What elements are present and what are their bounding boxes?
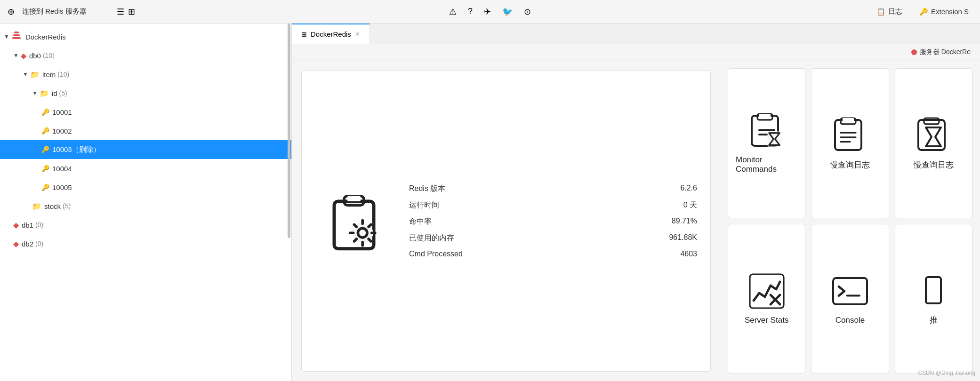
- db1-count: (0): [35, 221, 43, 229]
- tab-bar: ⊞ DockerRedis ✕: [292, 24, 980, 44]
- memory-row: 已使用的内存 961.88K: [409, 231, 697, 245]
- stock-folder-icon: 📁: [32, 202, 41, 211]
- id-arrow: ▼: [32, 90, 38, 96]
- extension-label: Extension S: [931, 8, 969, 16]
- slow-query-icon: [831, 116, 869, 154]
- key-10003-icon: 🔑: [41, 146, 49, 153]
- key-10001-icon: 🔑: [41, 108, 49, 116]
- stock-count: (5): [63, 202, 71, 210]
- item-count: (10): [57, 71, 69, 78]
- server-stats-card[interactable]: Server Stats: [728, 224, 805, 374]
- db2-count: (0): [35, 240, 43, 247]
- db2-icon: ◆: [13, 239, 19, 248]
- id-label: id: [52, 89, 57, 97]
- extension-icon: 🔑: [919, 8, 928, 16]
- monitor-commands-icon: [748, 112, 786, 150]
- console-card[interactable]: Console: [811, 224, 889, 374]
- db1-label: db1: [22, 221, 33, 229]
- push-card[interactable]: 推: [895, 224, 972, 374]
- right-header: 服务器 DockerRe: [292, 44, 980, 61]
- tab-close-button[interactable]: ✕: [355, 31, 360, 38]
- sidebar-item-root[interactable]: ▼ DockerRedis: [0, 27, 291, 46]
- server-stats-icon: [748, 272, 786, 310]
- server-icon-area: [315, 188, 400, 254]
- split-icon[interactable]: ⊞: [128, 7, 135, 17]
- help-icon[interactable]: ?: [468, 7, 473, 16]
- key-10004-label: 10004: [52, 165, 72, 173]
- svg-rect-2: [14, 32, 19, 33]
- svg-rect-1: [13, 34, 20, 36]
- svg-rect-39: [926, 277, 941, 303]
- svg-line-14: [369, 224, 371, 227]
- svg-rect-31: [924, 118, 939, 124]
- cmd-value: 4603: [680, 250, 697, 258]
- list-icon[interactable]: ☰: [117, 7, 124, 17]
- svg-rect-5: [347, 196, 361, 201]
- telegram-icon[interactable]: ✈: [484, 7, 491, 17]
- server-stats-label: Server Stats: [745, 316, 789, 325]
- uptime-row: 运行时间 0 天: [409, 198, 697, 212]
- third-card-icon: [915, 116, 952, 154]
- svg-line-12: [354, 224, 356, 227]
- sidebar-item-10005[interactable]: 🔑 10005: [0, 178, 291, 197]
- redis-version-value: 6.2.6: [680, 184, 697, 194]
- hit-rate-label: 命中率: [409, 217, 432, 227]
- sidebar-item-stock-folder[interactable]: 📁 stock (5): [0, 197, 291, 215]
- svg-rect-26: [843, 118, 854, 122]
- key-10002-icon: 🔑: [41, 127, 49, 135]
- stock-label: stock: [44, 202, 61, 210]
- toolbar-center: ⚠ ? ✈ 🐦 ⊙: [449, 7, 531, 17]
- cmd-label: Cmd Processed: [409, 250, 463, 258]
- sidebar-item-10004[interactable]: 🔑 10004: [0, 159, 291, 178]
- server-info-card: Redis 版本 6.2.6 运行时间 0 天 命中率 89.71% 已使用: [301, 70, 711, 372]
- sidebar-item-db2[interactable]: ◆ db2 (0): [0, 234, 291, 253]
- sidebar-item-item-folder[interactable]: ▼ 📁 item (10): [0, 65, 291, 84]
- redis-version-label: Redis 版本: [409, 184, 445, 194]
- db0-label: db0: [29, 52, 41, 60]
- sidebar-item-10001[interactable]: 🔑 10001: [0, 103, 291, 121]
- monitor-commands-card[interactable]: Monitor Commands: [728, 68, 805, 218]
- item-label: item: [42, 71, 56, 79]
- third-card-top[interactable]: 慢查询日志: [895, 68, 972, 218]
- right-panel: ⊞ DockerRedis ✕ 服务器 DockerRe: [292, 24, 980, 381]
- slow-query-card[interactable]: 慢查询日志: [811, 68, 889, 218]
- github-icon[interactable]: ⊙: [524, 7, 531, 17]
- hit-rate-row: 命中率 89.71%: [409, 215, 697, 229]
- console-icon: [831, 272, 869, 310]
- extension-button[interactable]: 🔑 Extension S: [916, 6, 972, 18]
- push-icon: [915, 271, 952, 309]
- key-10005-icon: 🔑: [41, 183, 49, 191]
- sidebar-item-10003[interactable]: 🔑 10003（删除）: [0, 140, 291, 159]
- key-10001-label: 10001: [52, 108, 72, 116]
- item-arrow: ▼: [23, 71, 28, 78]
- key-10003-label: 10003（删除）: [52, 145, 100, 154]
- key-10005-label: 10005: [52, 183, 72, 191]
- connect-button[interactable]: 连接到 Redis 服务器: [18, 5, 90, 18]
- svg-rect-0: [12, 37, 21, 39]
- db0-icon: ◆: [21, 51, 26, 60]
- sidebar-tree: ▼ DockerRedis ▼ ◆ db0 (10) ▼ 📁: [0, 24, 291, 381]
- sidebar-item-id-folder[interactable]: ▼ 📁 id (5): [0, 84, 291, 103]
- key-10004-icon: 🔑: [41, 165, 49, 172]
- log-button[interactable]: 📋 日志: [873, 5, 906, 18]
- sidebar-item-db1[interactable]: ◆ db1 (0): [0, 215, 291, 234]
- sidebar-item-db0[interactable]: ▼ ◆ db0 (10): [0, 46, 291, 65]
- tab-dockerredis[interactable]: ⊞ DockerRedis ✕: [292, 24, 370, 44]
- root-label: DockerRedis: [25, 33, 66, 41]
- svg-line-15: [354, 239, 356, 241]
- db2-label: db2: [22, 240, 33, 248]
- console-label: Console: [835, 316, 865, 325]
- cmd-row: Cmd Processed 4603: [409, 248, 697, 260]
- svg-rect-37: [833, 278, 867, 304]
- redis-stack-icon: [11, 31, 22, 43]
- warning-icon[interactable]: ⚠: [449, 7, 457, 17]
- right-content: Redis 版本 6.2.6 运行时间 0 天 命中率 89.71% 已使用: [292, 61, 980, 381]
- svg-line-13: [369, 239, 371, 241]
- key-10002-label: 10002: [52, 127, 72, 135]
- scrollbar[interactable]: [288, 24, 290, 238]
- uptime-label: 运行时间: [409, 200, 439, 210]
- sidebar-item-10002[interactable]: 🔑 10002: [0, 121, 291, 140]
- server-label: 服务器 DockerRe: [920, 48, 971, 56]
- main-area: ▼ DockerRedis ▼ ◆ db0 (10) ▼ 📁: [0, 24, 980, 381]
- twitter-icon[interactable]: 🐦: [502, 7, 513, 17]
